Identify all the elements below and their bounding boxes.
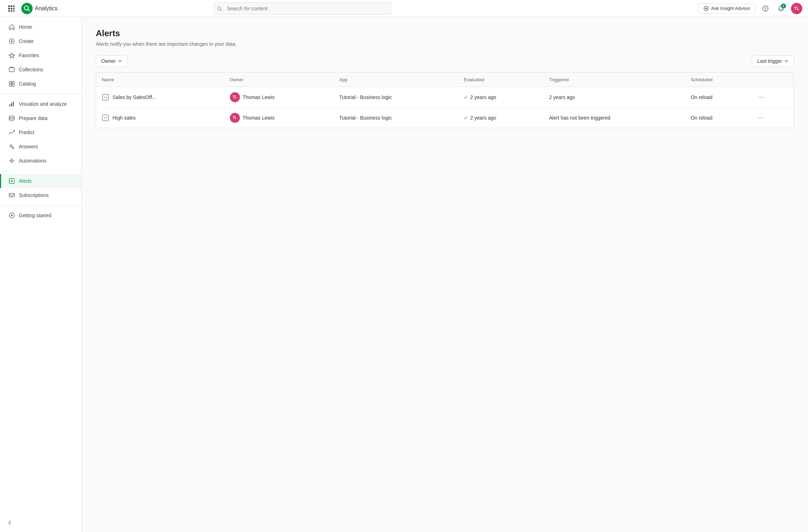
sidebar-item-prepare[interactable]: Prepare data bbox=[0, 111, 81, 125]
check-icon: ✓ bbox=[464, 94, 468, 100]
evaluated-cell: ✓ 2 years ago bbox=[464, 115, 538, 121]
svg-rect-35 bbox=[9, 193, 14, 197]
sidebar-item-answers[interactable]: Answers bbox=[0, 139, 81, 154]
alert-name-cell: High sales bbox=[102, 114, 219, 121]
col-actions bbox=[750, 73, 794, 87]
top-bar-right: Ask Insight Advisor ? 1 TL bbox=[698, 3, 802, 14]
owner-name-text: Thomas Lewis bbox=[243, 94, 275, 100]
insight-advisor-button[interactable]: Ask Insight Advisor bbox=[698, 3, 755, 14]
alerts-table: Name Owner App Evaluated Triggered Sched… bbox=[96, 72, 794, 128]
sidebar-item-label-prepare: Prepare data bbox=[19, 115, 48, 121]
table-toolbar: Owner Last trigger bbox=[96, 55, 794, 67]
svg-rect-22 bbox=[9, 84, 11, 86]
sidebar-item-label-getting-started: Getting started bbox=[19, 213, 51, 218]
collapse-button[interactable] bbox=[0, 516, 81, 529]
sidebar-item-label-favorites: Favorites bbox=[19, 53, 39, 58]
top-bar-left: Analytics bbox=[6, 3, 57, 14]
top-bar: Analytics Ask Insight Advisor bbox=[0, 0, 808, 17]
sidebar-divider-2 bbox=[0, 171, 81, 171]
sidebar-divider-1 bbox=[0, 94, 81, 94]
col-triggered: Triggered bbox=[543, 73, 685, 87]
svg-rect-21 bbox=[12, 81, 14, 83]
last-trigger-button[interactable]: Last trigger bbox=[752, 55, 794, 67]
alert-name-text: Sales by SalesOff... bbox=[112, 94, 156, 100]
svg-rect-20 bbox=[9, 81, 11, 83]
col-scheduled: Scheduled bbox=[685, 73, 749, 87]
predict-icon bbox=[8, 129, 15, 136]
svg-point-31 bbox=[11, 160, 13, 162]
row-more-button[interactable]: ··· bbox=[755, 92, 766, 102]
app-cell: Tutorial - Business logic bbox=[334, 87, 458, 108]
alert-name-cell: Sales by SalesOff... bbox=[102, 94, 219, 101]
sidebar-item-catalog[interactable]: Catalog bbox=[0, 77, 81, 91]
sidebar-item-label-home: Home bbox=[19, 24, 32, 30]
sidebar-item-predict[interactable]: Predict bbox=[0, 125, 81, 139]
automations-icon bbox=[8, 157, 15, 164]
sidebar-item-home[interactable]: Home bbox=[0, 20, 81, 34]
catalog-icon bbox=[8, 80, 15, 87]
sidebar-item-label-create: Create bbox=[19, 38, 34, 44]
triggered-cell: Alert has not been triggered bbox=[543, 108, 685, 128]
sidebar-item-label-alerts: Alerts bbox=[19, 178, 32, 184]
col-evaluated: Evaluated bbox=[458, 73, 543, 87]
create-icon bbox=[8, 38, 15, 45]
evaluated-cell: ✓ 2 years ago bbox=[464, 94, 538, 100]
grid-menu-button[interactable] bbox=[6, 3, 17, 14]
grid-icon bbox=[8, 5, 15, 12]
sidebar-item-alerts[interactable]: Alerts bbox=[0, 174, 81, 188]
alert-row-icon bbox=[102, 94, 109, 101]
svg-point-28 bbox=[13, 130, 15, 131]
col-owner: Owner bbox=[224, 73, 334, 87]
sidebar-item-getting-started[interactable]: Getting started bbox=[0, 208, 81, 223]
svg-rect-8 bbox=[13, 10, 15, 12]
getting-started-icon bbox=[8, 212, 15, 219]
sidebar-item-label-collections: Collections bbox=[19, 67, 43, 72]
app-name: Analytics bbox=[35, 5, 57, 12]
notifications-button[interactable]: 1 bbox=[775, 3, 787, 14]
row-more-button[interactable]: ··· bbox=[755, 113, 766, 123]
sidebar-item-label-visualize: Visualize and analyze bbox=[19, 101, 67, 107]
page-title: Alerts bbox=[96, 28, 794, 38]
table-body: Sales by SalesOff... TL Thomas Lewis Tut… bbox=[96, 87, 794, 128]
svg-point-30 bbox=[12, 147, 14, 149]
answers-icon bbox=[8, 143, 15, 150]
scheduled-cell: On reload bbox=[685, 108, 749, 128]
sidebar-item-label-automations: Automations bbox=[19, 158, 46, 164]
owner-avatar-row: TL bbox=[230, 92, 240, 102]
svg-rect-4 bbox=[11, 8, 12, 10]
owner-avatar-row: TL bbox=[230, 113, 240, 123]
home-icon bbox=[8, 23, 15, 31]
sidebar-item-favorites[interactable]: Favorites bbox=[0, 48, 81, 62]
svg-rect-0 bbox=[8, 5, 10, 7]
svg-rect-23 bbox=[12, 84, 14, 86]
chevron-down-icon-2 bbox=[784, 59, 788, 63]
qlik-logo[interactable]: Analytics bbox=[21, 3, 57, 14]
sidebar-item-subscriptions[interactable]: Subscriptions bbox=[0, 188, 81, 202]
svg-rect-24 bbox=[9, 104, 10, 106]
user-avatar[interactable]: TL bbox=[791, 3, 802, 14]
check-icon: ✓ bbox=[464, 115, 468, 121]
svg-line-10 bbox=[28, 9, 30, 11]
help-button[interactable]: ? bbox=[760, 3, 771, 14]
alerts-icon bbox=[8, 177, 15, 185]
sidebar-item-visualize[interactable]: Visualize and analyze bbox=[0, 97, 81, 111]
sidebar-item-automations[interactable]: Automations bbox=[0, 154, 81, 168]
sidebar-item-label-catalog: Catalog bbox=[19, 81, 36, 87]
search-input[interactable] bbox=[214, 2, 391, 15]
sidebar-item-label-answers: Answers bbox=[19, 144, 38, 149]
notification-badge: 1 bbox=[781, 4, 786, 9]
evaluated-text: 2 years ago bbox=[470, 115, 496, 121]
qlik-logo-circle bbox=[21, 3, 33, 14]
svg-rect-3 bbox=[8, 8, 10, 10]
col-app: App bbox=[334, 73, 458, 87]
svg-rect-7 bbox=[11, 10, 12, 12]
sidebar-item-create[interactable]: Create bbox=[0, 34, 81, 48]
owner-cell: TL Thomas Lewis bbox=[230, 113, 328, 123]
owner-filter-button[interactable]: Owner bbox=[96, 55, 127, 67]
owner-cell: TL Thomas Lewis bbox=[230, 92, 328, 102]
table-row: High sales TL Thomas Lewis Tutorial - Bu… bbox=[96, 108, 794, 128]
svg-rect-25 bbox=[11, 103, 12, 106]
sidebar-item-collections[interactable]: Collections bbox=[0, 62, 81, 77]
main-content: Alerts Alerts notify you when there are … bbox=[82, 17, 808, 532]
collapse-icon bbox=[7, 520, 13, 526]
